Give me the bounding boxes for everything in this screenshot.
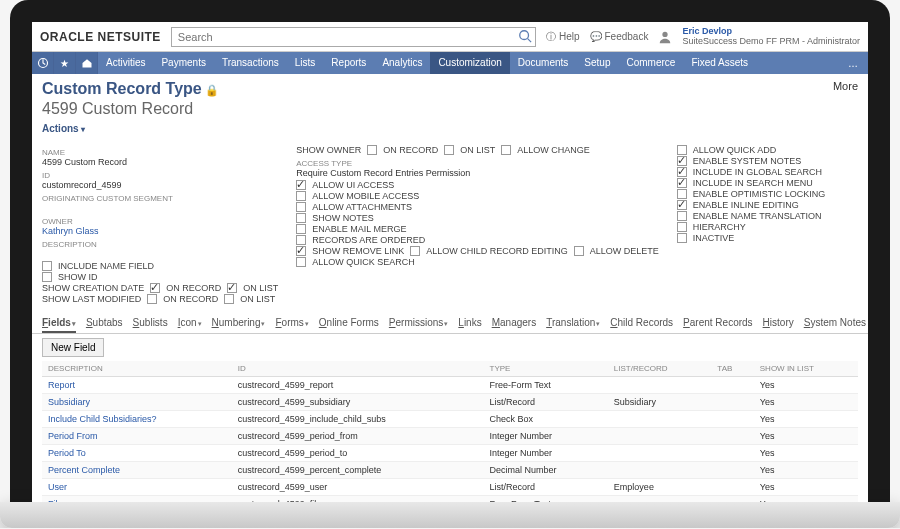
new-field-button[interactable]: New Field <box>42 338 104 357</box>
hierarchy-checkbox[interactable] <box>677 222 687 232</box>
nav-setup[interactable]: Setup <box>576 52 618 74</box>
tab-child-records[interactable]: Child Records <box>610 317 673 333</box>
home-icon[interactable] <box>76 52 98 74</box>
more-link[interactable]: More <box>833 80 858 92</box>
top-icons: ⓘ Help 💬 Feedback Eric Devlop SuiteSucce… <box>546 27 860 47</box>
allow-quick-search-checkbox[interactable] <box>296 257 306 267</box>
nav-fixed-assets[interactable]: Fixed Assets <box>683 52 756 74</box>
access-type-label: ACCESS TYPE <box>296 159 659 168</box>
description-label: DESCRIPTION <box>42 240 278 249</box>
user-box[interactable]: Eric Devlop SuiteSuccess Demo FF PRM - A… <box>682 27 860 47</box>
enable-mail-merge-checkbox[interactable] <box>296 224 306 234</box>
record-details: NAME 4599 Custom Record ID customrecord_… <box>32 140 868 313</box>
page-title: Custom Record Type <box>42 80 202 97</box>
field-link[interactable]: Period From <box>48 431 98 441</box>
svg-point-2 <box>663 31 668 36</box>
tab-fields[interactable]: Fields <box>42 317 76 333</box>
name-value: 4599 Custom Record <box>42 157 278 167</box>
star-icon[interactable]: ★ <box>54 52 76 74</box>
tab-subtabs[interactable]: Subtabs <box>86 317 123 333</box>
field-link[interactable]: User <box>48 482 67 492</box>
creation-on-record-checkbox[interactable] <box>150 283 160 293</box>
allow-child-editing-checkbox[interactable] <box>410 246 420 256</box>
table-row: Reportcustrecord_4599_reportFree-Form Te… <box>42 377 858 394</box>
nav-lists[interactable]: Lists <box>287 52 324 74</box>
col-type[interactable]: TYPE <box>484 361 608 377</box>
table-row: Percent Completecustrecord_4599_percent_… <box>42 462 858 479</box>
tab-forms[interactable]: Forms <box>275 317 308 333</box>
owner-on-list-checkbox[interactable] <box>444 145 454 155</box>
owner-on-record-checkbox[interactable] <box>367 145 377 155</box>
col-tab[interactable]: TAB <box>711 361 753 377</box>
subtab-bar: FieldsSubtabsSublistsIconNumberingFormsO… <box>32 313 868 334</box>
logo-oracle: ORACLE <box>40 30 94 44</box>
creation-on-list-checkbox[interactable] <box>227 283 237 293</box>
owner-link[interactable]: Kathryn Glass <box>42 226 278 236</box>
nav-activities[interactable]: Activities <box>98 52 153 74</box>
nav-commerce[interactable]: Commerce <box>618 52 683 74</box>
svg-line-1 <box>528 38 532 42</box>
history-icon[interactable] <box>32 52 54 74</box>
details-col-center: SHOW OWNER ON RECORD ON LIST ALLOW CHANG… <box>296 144 659 305</box>
tab-links[interactable]: Links <box>458 317 481 333</box>
tab-managers[interactable]: Managers <box>492 317 536 333</box>
show-notes-checkbox[interactable] <box>296 213 306 223</box>
nav-more-icon[interactable]: … <box>838 58 868 69</box>
field-link[interactable]: Period To <box>48 448 86 458</box>
field-link[interactable]: Report <box>48 380 75 390</box>
nav-transactions[interactable]: Transactions <box>214 52 287 74</box>
tab-history[interactable]: History <box>763 317 794 333</box>
field-link[interactable]: Percent Complete <box>48 465 120 475</box>
nav-payments[interactable]: Payments <box>153 52 213 74</box>
allow-mobile-access-checkbox[interactable] <box>296 191 306 201</box>
actions-menu[interactable]: Actions <box>42 123 85 134</box>
field-link[interactable]: Filename <box>48 499 85 502</box>
inline-editing-checkbox[interactable] <box>677 200 687 210</box>
nav-reports[interactable]: Reports <box>323 52 374 74</box>
details-col-left: NAME 4599 Custom Record ID customrecord_… <box>42 144 278 305</box>
tab-numbering[interactable]: Numbering <box>212 317 266 333</box>
col-show-in-list[interactable]: SHOW IN LIST <box>754 361 858 377</box>
logo-netsuite: NETSUITE <box>98 30 161 44</box>
include-search-menu-checkbox[interactable] <box>677 178 687 188</box>
logo: ORACLE NETSUITE <box>40 30 161 44</box>
feedback-icon[interactable]: 💬 Feedback <box>590 31 649 42</box>
nav-documents[interactable]: Documents <box>510 52 577 74</box>
search-wrap <box>171 27 536 47</box>
allow-attachments-checkbox[interactable] <box>296 202 306 212</box>
help-icon[interactable]: ⓘ Help <box>546 30 580 44</box>
id-label: ID <box>42 171 278 180</box>
tab-online-forms[interactable]: Online Forms <box>319 317 379 333</box>
search-input[interactable] <box>171 27 536 47</box>
name-translation-checkbox[interactable] <box>677 211 687 221</box>
table-row: Filenamecustrecord_4599_filenameFree-For… <box>42 496 858 503</box>
tab-sublists[interactable]: Sublists <box>133 317 168 333</box>
field-link[interactable]: Subsidiary <box>48 397 90 407</box>
search-icon[interactable] <box>518 29 532 43</box>
svg-point-0 <box>520 30 529 39</box>
allow-delete-checkbox[interactable] <box>574 246 584 256</box>
tab-parent-records[interactable]: Parent Records <box>683 317 752 333</box>
inactive-checkbox[interactable] <box>677 233 687 243</box>
tab-system-notes[interactable]: System Notes <box>804 317 866 333</box>
id-value: customrecord_4599 <box>42 180 278 190</box>
col-description[interactable]: DESCRIPTION <box>42 361 232 377</box>
modified-on-record-checkbox[interactable] <box>147 294 157 304</box>
tab-permissions[interactable]: Permissions <box>389 317 448 333</box>
show-id-checkbox[interactable] <box>42 272 52 282</box>
show-remove-link-checkbox[interactable] <box>296 246 306 256</box>
table-row: Period Tocustrecord_4599_period_toIntege… <box>42 445 858 462</box>
tab-icon[interactable]: Icon <box>178 317 202 333</box>
modified-on-list-checkbox[interactable] <box>224 294 234 304</box>
tab-translation[interactable]: Translation <box>546 317 600 333</box>
allow-change-checkbox[interactable] <box>501 145 511 155</box>
col-list-record[interactable]: LIST/RECORD <box>608 361 712 377</box>
include-name-field-checkbox[interactable] <box>42 261 52 271</box>
nav-customization[interactable]: Customization <box>430 52 509 74</box>
field-link[interactable]: Include Child Subsidiaries? <box>48 414 157 424</box>
show-last-modified-label: SHOW LAST MODIFIED <box>42 294 141 304</box>
avatar-icon[interactable] <box>658 30 672 44</box>
allow-ui-access-checkbox[interactable] <box>296 180 306 190</box>
col-id[interactable]: ID <box>232 361 484 377</box>
nav-analytics[interactable]: Analytics <box>374 52 430 74</box>
